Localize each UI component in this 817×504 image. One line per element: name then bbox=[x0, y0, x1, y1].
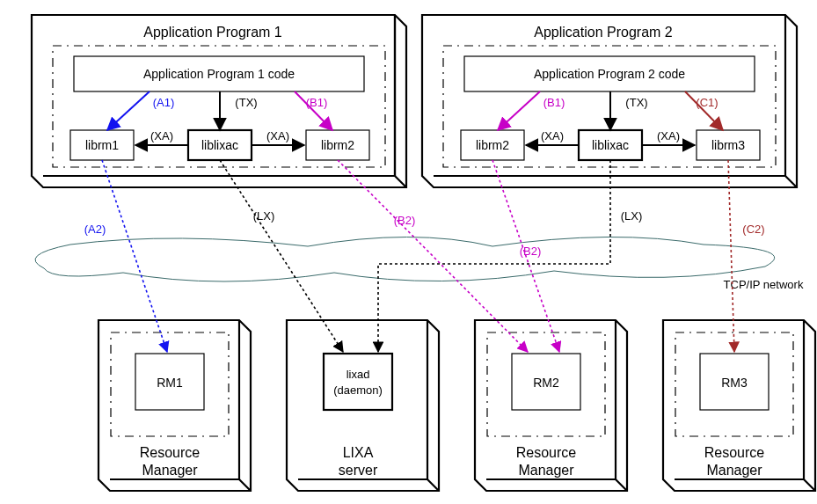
lixa-group: lixad (daemon) LIXA server bbox=[287, 320, 439, 491]
app1-title: Application Program 1 bbox=[143, 25, 282, 40]
app2-group: Application Program 2 Application Progra… bbox=[422, 15, 797, 187]
rm1-title-l1: Resource bbox=[140, 445, 201, 460]
app2-tx-label: (TX) bbox=[625, 96, 647, 109]
app1-a1-arrow bbox=[107, 91, 150, 130]
network-label: TCP/IP network bbox=[724, 278, 804, 291]
c2-label: (C2) bbox=[742, 223, 764, 236]
app2-liblixac: liblixac bbox=[592, 138, 629, 152]
lixa-title-l2: server bbox=[339, 463, 378, 478]
rm3-title-l2: Manager bbox=[706, 463, 762, 478]
lx1-label: (LX) bbox=[253, 209, 275, 223]
c2-arrow bbox=[728, 160, 734, 352]
app1-a1-label: (A1) bbox=[153, 96, 175, 109]
app1-xa-left: (XA) bbox=[150, 129, 173, 142]
b2a-label: (B2) bbox=[394, 214, 416, 227]
app2-librm3: librm3 bbox=[711, 138, 745, 152]
rm1-group: RM1 Resource Manager bbox=[98, 320, 251, 491]
app1-librm2: librm2 bbox=[321, 138, 354, 152]
svg-line-3 bbox=[395, 176, 406, 187]
app1-b1-label: (B1) bbox=[306, 96, 328, 109]
b2b-label: (B2) bbox=[520, 245, 542, 258]
app2-title: Application Program 2 bbox=[534, 25, 673, 40]
app1-group: Application Program 1 Application Progra… bbox=[32, 15, 406, 187]
rm3-box-label: RM3 bbox=[721, 376, 748, 390]
app1-liblixac: liblixac bbox=[201, 138, 238, 152]
app2-b1-arrow bbox=[498, 91, 540, 130]
app2-b1-label: (B1) bbox=[543, 96, 565, 109]
lixa-box-l2: (daemon) bbox=[333, 383, 383, 397]
lixa-box-l1: lixad bbox=[346, 368, 370, 381]
app1-librm1: librm1 bbox=[85, 138, 119, 152]
a2-arrow bbox=[102, 160, 167, 352]
app2-code-label: Application Program 2 code bbox=[534, 67, 685, 81]
app2-c1-label: (C1) bbox=[696, 96, 718, 109]
a2-label: (A2) bbox=[84, 223, 106, 236]
app2-xa-right: (XA) bbox=[657, 129, 680, 142]
rm3-group: RM3 Resource Manager bbox=[663, 320, 815, 491]
b2a-arrow bbox=[338, 160, 528, 352]
svg-line-10 bbox=[239, 479, 251, 491]
svg-line-16 bbox=[616, 479, 627, 491]
app1-xa-right: (XA) bbox=[266, 129, 289, 142]
svg-line-7 bbox=[785, 176, 797, 187]
app2-xa-left: (XA) bbox=[541, 129, 564, 142]
lixa-box bbox=[324, 354, 392, 410]
lx2-arrow bbox=[378, 160, 610, 352]
rm2-title-l2: Manager bbox=[518, 463, 574, 478]
lx2-label: (LX) bbox=[621, 209, 643, 223]
svg-line-19 bbox=[804, 479, 815, 491]
rm2-box-label: RM2 bbox=[533, 376, 559, 390]
rm1-box-label: RM1 bbox=[157, 376, 183, 390]
app1-code-label: Application Program 1 code bbox=[143, 67, 295, 81]
lixa-title-l1: LIXA bbox=[343, 445, 374, 460]
network-cloud: TCP/IP network bbox=[35, 237, 804, 291]
app2-librm2: librm2 bbox=[476, 138, 509, 152]
app1-tx-label: (TX) bbox=[235, 96, 257, 109]
rm2-title-l1: Resource bbox=[516, 445, 577, 460]
rm2-group: RM2 Resource Manager bbox=[475, 320, 627, 491]
rm1-title-l2: Manager bbox=[142, 463, 198, 478]
svg-line-13 bbox=[427, 479, 439, 491]
rm3-title-l1: Resource bbox=[704, 445, 765, 460]
